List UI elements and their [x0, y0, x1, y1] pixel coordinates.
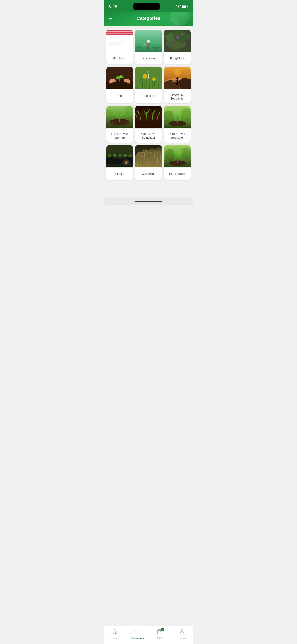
svg-point-94	[124, 156, 127, 158]
svg-point-130	[149, 150, 150, 151]
plant-growth-stimulator-label: Plant Growth Stimulator	[135, 130, 162, 142]
svg-point-49	[153, 78, 155, 80]
plant-growth-parameter-image	[106, 106, 133, 129]
svg-point-24	[153, 47, 160, 49]
svg-point-29	[182, 42, 185, 44]
svg-point-125	[140, 152, 141, 152]
category-card-fertilizers[interactable]: Fertilizers	[106, 29, 133, 64]
plant-growth-parameter-label: Plant growth Parameter	[106, 130, 133, 142]
svg-rect-11	[109, 44, 120, 45]
header: ← Categories	[104, 12, 194, 26]
svg-point-88	[124, 154, 127, 157]
plastic-label: Plastic	[106, 169, 133, 180]
svg-point-72	[153, 118, 157, 121]
categories-grid: Fertilizers	[104, 26, 194, 198]
svg-rect-17	[149, 43, 150, 46]
svg-point-128	[146, 150, 146, 150]
svg-point-22	[143, 44, 144, 45]
home-bar	[135, 201, 162, 202]
plant-growth-stimulator-image	[135, 106, 162, 129]
svg-point-71	[145, 119, 150, 121]
svg-rect-36	[135, 67, 162, 89]
svg-point-66	[106, 110, 113, 116]
status-time: 8:46	[109, 4, 117, 9]
svg-point-132	[165, 149, 174, 162]
svg-line-37	[137, 80, 138, 89]
battery-icon	[182, 5, 188, 8]
svg-rect-10	[109, 42, 124, 42]
svg-point-99	[125, 162, 128, 164]
category-card-insecticides[interactable]: Insecticides	[135, 29, 162, 64]
svg-line-135	[177, 154, 178, 163]
category-card-weedicide[interactable]: Weedicide	[135, 145, 162, 180]
svg-point-26	[176, 36, 179, 39]
svg-point-46	[144, 75, 147, 78]
svg-point-64	[110, 122, 116, 124]
weedicide-image	[135, 145, 162, 168]
category-card-plant-growth-regulator[interactable]: Plant Growth Regulator	[164, 106, 191, 142]
svg-point-20	[144, 44, 146, 45]
svg-rect-19	[148, 47, 150, 49]
status-icons	[176, 5, 188, 8]
svg-point-67	[124, 106, 133, 115]
svg-point-59	[171, 80, 176, 83]
category-card-systemic-herbicide[interactable]: Systemic Herbicide	[164, 66, 191, 104]
fungicides-image	[164, 29, 191, 52]
insecticides-image	[135, 29, 162, 52]
svg-point-23	[137, 46, 142, 48]
svg-point-30	[168, 46, 171, 48]
svg-rect-57	[176, 83, 176, 85]
plant-growth-regulator-image	[164, 106, 191, 129]
home-indicator	[104, 198, 194, 205]
svg-rect-18	[147, 47, 148, 49]
bio-label: Bio	[106, 90, 133, 102]
svg-rect-9	[109, 40, 126, 40]
page-title: Categories	[136, 16, 160, 21]
back-button[interactable]: ←	[108, 16, 113, 22]
category-card-plant-growth-parameter[interactable]: Plant growth Parameter	[106, 106, 133, 142]
biostimulant-image	[164, 145, 191, 168]
systemic-herbicide-image	[164, 66, 191, 90]
svg-point-133	[181, 148, 191, 160]
plastic-image	[106, 145, 133, 168]
fungicides-label: Fungicides	[164, 53, 191, 64]
category-card-herbicides[interactable]: Herbicides	[135, 66, 162, 104]
svg-point-28	[181, 33, 183, 35]
svg-rect-8	[109, 38, 122, 38]
svg-rect-6	[106, 33, 133, 34]
bio-image	[106, 66, 133, 90]
header-nav: ← Categories	[108, 16, 189, 21]
dynamic-island	[133, 2, 160, 10]
svg-point-136	[180, 152, 182, 154]
herbicides-label: Herbicides	[135, 90, 162, 102]
wifi-icon	[176, 5, 180, 8]
biostimulant-label: Biostimulant	[164, 169, 191, 180]
svg-rect-2	[182, 5, 186, 8]
weedicide-label: Weedicide	[135, 169, 162, 180]
svg-point-21	[144, 45, 144, 46]
status-bar: 8:46	[104, 0, 194, 12]
svg-point-31	[187, 37, 190, 40]
plant-growth-regulator-label: Plant Growth Regulator	[164, 130, 191, 142]
svg-point-86	[113, 154, 116, 157]
svg-point-54	[176, 78, 179, 80]
svg-rect-5	[106, 31, 133, 32]
svg-point-60	[174, 69, 181, 76]
svg-point-129	[146, 150, 147, 151]
svg-point-65	[124, 122, 129, 124]
category-card-fungicides[interactable]: Fungicides	[164, 29, 191, 64]
fertilizers-image	[106, 29, 133, 52]
svg-point-126	[142, 152, 143, 153]
category-card-bio[interactable]: Bio	[106, 66, 133, 104]
svg-point-70	[138, 119, 142, 121]
category-card-plant-growth-stimulator[interactable]: Plant Growth Stimulator	[135, 106, 162, 142]
herbicides-image	[135, 66, 162, 90]
phone-container: 8:46 ← Categories	[104, 0, 194, 205]
svg-point-14	[147, 40, 150, 42]
category-card-plastic[interactable]: Plastic	[106, 145, 133, 180]
systemic-herbicide-label: Systemic Herbicide	[164, 90, 191, 104]
svg-point-27	[172, 40, 174, 43]
insecticides-label: Insecticides	[135, 53, 162, 64]
fertilizers-label: Fertilizers	[106, 53, 133, 64]
category-card-biostimulant[interactable]: Biostimulant	[164, 145, 191, 180]
